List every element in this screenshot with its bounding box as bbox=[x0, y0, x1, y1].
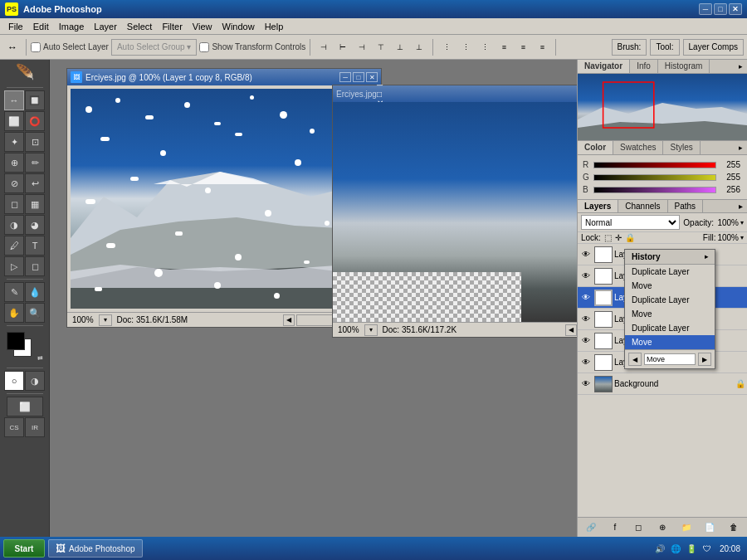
tab-color[interactable]: Color bbox=[578, 141, 613, 154]
restore-button[interactable]: □ bbox=[714, 3, 727, 15]
eyedropper-tool[interactable]: 💧 bbox=[25, 282, 45, 302]
menu-help[interactable]: Help bbox=[260, 20, 289, 33]
brush-tool[interactable]: ✏ bbox=[25, 153, 45, 173]
dist-2[interactable]: ⋮ bbox=[456, 38, 475, 56]
doc-minimize-2[interactable]: ─ bbox=[377, 80, 383, 90]
tab-styles-top[interactable]: Styles bbox=[663, 141, 700, 154]
move-tool-btn[interactable]: ↔ bbox=[3, 38, 22, 56]
lock-all-icon[interactable]: 🔒 bbox=[625, 233, 635, 242]
menu-edit[interactable]: Edit bbox=[28, 20, 54, 33]
notes-tool[interactable]: ✎ bbox=[4, 282, 24, 302]
zoom-indicator-btn[interactable]: ▾ bbox=[99, 314, 112, 326]
color-options-btn[interactable]: ▸ bbox=[734, 141, 747, 154]
document-window-2[interactable]: Erciyes.jpg ─ □ ✕ 100% ▾ Doc: 351.6K/117 bbox=[332, 85, 577, 338]
new-layer-btn[interactable]: 📄 bbox=[702, 520, 717, 535]
ctx-prev-btn[interactable]: ◀ bbox=[628, 353, 642, 366]
scroll-left-btn-2[interactable]: ◀ bbox=[565, 324, 577, 336]
menu-window[interactable]: Window bbox=[217, 20, 260, 33]
screen-mode-btn[interactable]: ⬜ bbox=[7, 397, 43, 416]
menu-layer[interactable]: Layer bbox=[89, 20, 122, 33]
ctx-move-selected[interactable]: Move bbox=[625, 335, 715, 349]
navigator-options-btn[interactable]: ▸ bbox=[734, 60, 747, 73]
gradient-tool[interactable]: ▦ bbox=[25, 194, 45, 214]
layer-eye-3[interactable]: 👁 bbox=[579, 313, 593, 326]
link-layers-btn[interactable]: 🔗 bbox=[583, 520, 598, 535]
auto-select-checkbox[interactable]: Auto Select Layer bbox=[31, 42, 109, 52]
brush-btn[interactable]: Brush: bbox=[612, 39, 647, 56]
ctx-move-2[interactable]: Move bbox=[625, 307, 715, 321]
doc-close-1[interactable]: ✕ bbox=[366, 72, 378, 82]
align-center-h[interactable]: ⊥ bbox=[391, 38, 409, 56]
minimize-button[interactable]: ─ bbox=[699, 3, 712, 15]
menu-file[interactable]: File bbox=[3, 20, 28, 33]
ctx-dup-layer-1[interactable]: Duplicate Layer bbox=[625, 265, 715, 279]
swap-colors[interactable]: ⇄ bbox=[37, 354, 43, 362]
ctx-dup-layer-2[interactable]: Duplicate Layer bbox=[625, 293, 715, 307]
move-tool[interactable]: ↔ bbox=[4, 90, 24, 110]
doc-title-bar-2[interactable]: Erciyes.jpg ─ □ ✕ bbox=[333, 85, 577, 102]
new-group-btn[interactable]: 📁 bbox=[679, 520, 694, 535]
tab-navigator[interactable]: Navigator bbox=[578, 60, 630, 73]
tray-icon-1[interactable]: 🔊 bbox=[653, 542, 666, 555]
menu-view[interactable]: View bbox=[188, 20, 217, 33]
quick-mask-on[interactable]: ◑ bbox=[25, 371, 45, 391]
quick-mask-off[interactable]: ○ bbox=[4, 371, 24, 391]
tab-swatches-top[interactable]: Swatches bbox=[613, 141, 663, 154]
fg-color[interactable] bbox=[7, 332, 25, 350]
auto-select-input[interactable] bbox=[31, 42, 41, 52]
layer-item-6[interactable]: 👁 Background 🔒 bbox=[578, 373, 747, 395]
dodge-tool[interactable]: ◕ bbox=[25, 215, 45, 235]
lock-position-icon[interactable]: ✛ bbox=[615, 233, 622, 242]
stamp-tool[interactable]: ⊘ bbox=[4, 173, 24, 193]
tray-icon-3[interactable]: 🔋 bbox=[685, 542, 698, 555]
doc-minimize-1[interactable]: ─ bbox=[339, 72, 351, 82]
transform-checkbox[interactable]: Show Transform Controls bbox=[199, 42, 305, 52]
img-ready-btn[interactable]: IR bbox=[25, 417, 45, 437]
crop-tool[interactable]: ⊡ bbox=[25, 132, 45, 152]
blend-mode-select[interactable]: Normal bbox=[581, 215, 680, 230]
transform-input[interactable] bbox=[199, 42, 209, 52]
magic-wand-tool[interactable]: ✦ bbox=[4, 132, 24, 152]
new-adjustment-btn[interactable]: ⊕ bbox=[655, 520, 670, 535]
color-swatches[interactable]: ⇄ bbox=[7, 332, 43, 362]
eraser-tool[interactable]: ◻ bbox=[4, 194, 24, 214]
tab-histogram[interactable]: Histogram bbox=[658, 60, 710, 73]
menu-filter[interactable]: Filter bbox=[157, 20, 187, 33]
dist-1[interactable]: ⋮ bbox=[437, 38, 456, 56]
type-tool[interactable]: T bbox=[25, 236, 45, 256]
lock-pixels-icon[interactable]: ⬚ bbox=[604, 233, 612, 242]
layer-eye-5[interactable]: 👁 bbox=[579, 356, 593, 369]
menu-select[interactable]: Select bbox=[122, 20, 158, 33]
tab-paths[interactable]: Paths bbox=[668, 200, 704, 212]
hand-tool[interactable]: ✋ bbox=[4, 303, 24, 323]
align-bottom[interactable]: ⊥ bbox=[410, 38, 428, 56]
layer-comps-btn[interactable]: Layer Comps bbox=[683, 39, 744, 56]
scroll-left-btn[interactable]: ◀ bbox=[283, 314, 295, 326]
tab-info[interactable]: Info bbox=[630, 60, 658, 73]
tray-icon-2[interactable]: 🌐 bbox=[669, 542, 682, 555]
lasso-tool[interactable]: ⭕ bbox=[25, 111, 45, 131]
doc-restore-1[interactable]: □ bbox=[353, 72, 364, 82]
tab-channels[interactable]: Channels bbox=[618, 200, 667, 212]
red-slider[interactable] bbox=[593, 162, 716, 168]
align-top[interactable]: ⊤ bbox=[372, 38, 390, 56]
green-slider[interactable] bbox=[593, 174, 716, 181]
layer-eye-0[interactable]: 👁 bbox=[579, 248, 593, 261]
tray-icon-4[interactable]: 🛡 bbox=[701, 542, 714, 555]
path-select-tool[interactable]: ▷ bbox=[4, 256, 24, 276]
cs-btn[interactable]: CS bbox=[4, 417, 24, 437]
auto-select-dropdown[interactable]: Auto Select Group ▾ bbox=[111, 39, 198, 56]
ctx-next-btn[interactable]: ▶ bbox=[698, 353, 711, 366]
healing-brush-tool[interactable]: ⊕ bbox=[4, 153, 24, 173]
zoom-indicator-btn-2[interactable]: ▾ bbox=[364, 324, 378, 336]
layer-mask-btn[interactable]: ◻ bbox=[631, 520, 646, 535]
doc-title-bar-1[interactable]: 🖼 Erciyes.jpg @ 100% (Layer 1 copy 8, RG… bbox=[67, 69, 381, 85]
layer-eye-6[interactable]: 👁 bbox=[579, 377, 593, 391]
layers-options-btn[interactable]: ▸ bbox=[734, 200, 747, 212]
dist-3[interactable]: ⋮ bbox=[476, 38, 494, 56]
dist-6[interactable]: ≡ bbox=[533, 38, 551, 56]
pen-tool[interactable]: 🖊 bbox=[4, 236, 24, 256]
dist-4[interactable]: ≡ bbox=[495, 38, 513, 56]
layer-effects-btn[interactable]: f bbox=[608, 520, 622, 535]
close-button[interactable]: ✕ bbox=[729, 3, 742, 15]
